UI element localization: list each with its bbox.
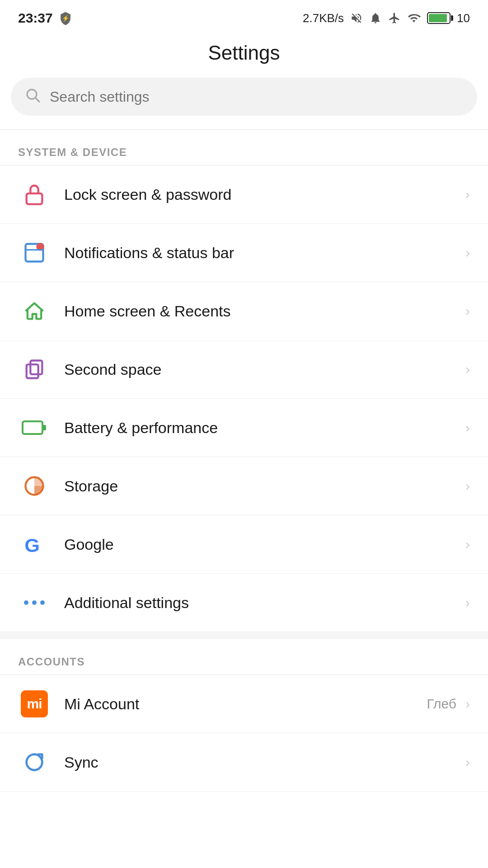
google-label: Google <box>64 536 461 553</box>
search-input[interactable] <box>50 89 464 105</box>
status-right: 2.7KB/s 10 <box>303 11 470 25</box>
dots-icon <box>18 586 51 619</box>
home-screen-label: Home screen & Recents <box>64 302 461 320</box>
network-speed: 2.7KB/s <box>303 11 344 25</box>
settings-item-home-screen[interactable]: Home screen & Recents › <box>0 282 488 340</box>
home-icon <box>18 295 51 327</box>
battery-display <box>427 12 450 24</box>
search-bar[interactable] <box>11 78 477 116</box>
second-space-label: Second space <box>64 361 461 378</box>
svg-rect-7 <box>30 361 42 374</box>
mi-account-chevron: › <box>465 696 470 712</box>
svg-rect-3 <box>27 193 42 204</box>
mi-account-icon: mi <box>18 688 51 720</box>
sync-chevron: › <box>465 755 470 770</box>
settings-item-notifications[interactable]: Notifications & status bar › <box>0 224 488 282</box>
mi-account-label: Mi Account <box>64 695 427 713</box>
section-header-accounts: ACCOUNTS <box>0 639 488 675</box>
svg-rect-8 <box>27 364 38 378</box>
settings-item-second-space[interactable]: Second space › <box>0 340 488 399</box>
section-separator <box>0 632 488 639</box>
search-icon <box>24 87 41 107</box>
security-shield-icon: ⚡ <box>58 11 73 25</box>
lock-icon <box>18 178 51 211</box>
notifications-label: Notifications & status bar <box>64 244 461 262</box>
mute-icon <box>350 12 363 24</box>
page-title: Settings <box>0 33 488 78</box>
svg-text:G: G <box>24 534 40 556</box>
time-display: 23:37 <box>18 10 53 26</box>
alarm-icon <box>369 12 382 24</box>
notifications-chevron: › <box>465 245 470 260</box>
section-header-system: SYSTEM & DEVICE <box>0 130 488 165</box>
sync-icon <box>18 746 51 778</box>
mi-account-value: Глеб <box>427 696 456 712</box>
second-space-icon <box>18 353 51 386</box>
second-space-chevron: › <box>465 362 470 377</box>
svg-line-2 <box>36 98 39 102</box>
sync-label: Sync <box>64 754 461 771</box>
settings-item-sync[interactable]: Sync › <box>0 733 488 792</box>
battery-percent: 10 <box>457 11 470 25</box>
additional-settings-label: Additional settings <box>64 594 461 612</box>
storage-icon <box>18 470 51 502</box>
battery-label: Battery & performance <box>64 419 461 437</box>
status-left: 23:37 ⚡ <box>18 10 73 26</box>
google-chevron: › <box>465 537 470 552</box>
wifi-icon <box>407 12 421 24</box>
home-screen-chevron: › <box>465 303 470 319</box>
google-icon: G <box>18 528 51 561</box>
settings-item-battery[interactable]: Battery & performance › <box>0 399 488 457</box>
additional-chevron: › <box>465 595 470 610</box>
airplane-icon <box>388 12 401 24</box>
svg-rect-9 <box>23 421 42 434</box>
status-bar: 23:37 ⚡ 2.7KB/s 10 <box>0 0 488 33</box>
battery-chevron: › <box>465 420 470 435</box>
storage-chevron: › <box>465 478 470 494</box>
storage-label: Storage <box>64 477 461 495</box>
notification-icon <box>18 236 51 269</box>
svg-text:⚡: ⚡ <box>61 14 69 22</box>
settings-item-google[interactable]: G Google › <box>0 515 488 574</box>
battery-perf-icon <box>18 411 51 444</box>
settings-item-mi-account[interactable]: mi Mi Account Глеб › <box>0 675 488 733</box>
lock-screen-chevron: › <box>465 187 470 202</box>
settings-item-storage[interactable]: Storage › <box>0 457 488 515</box>
settings-item-lock-screen[interactable]: Lock screen & password › <box>0 165 488 224</box>
lock-screen-label: Lock screen & password <box>64 186 461 203</box>
svg-rect-10 <box>42 425 46 430</box>
settings-item-additional[interactable]: Additional settings › <box>0 574 488 632</box>
